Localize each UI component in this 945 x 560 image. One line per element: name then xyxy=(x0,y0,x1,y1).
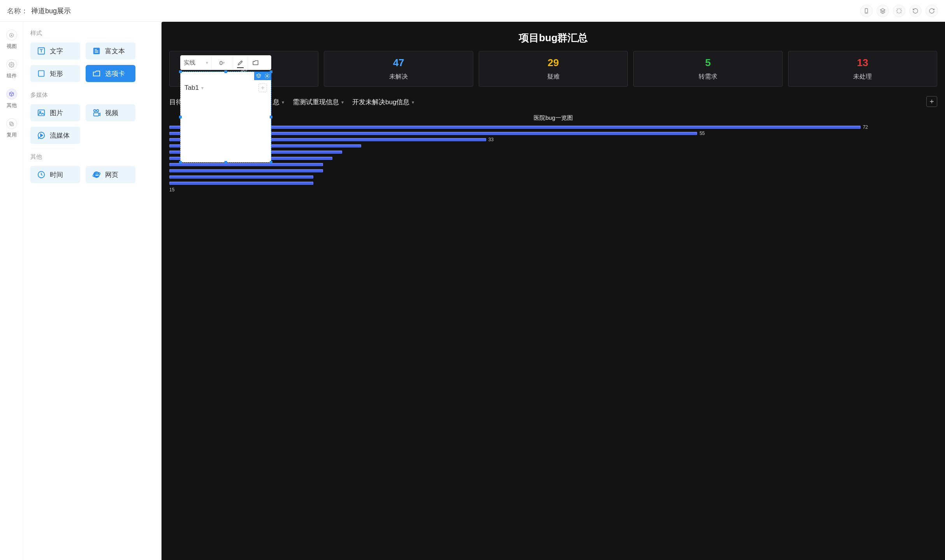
svg-point-12 xyxy=(94,110,96,112)
copy-icon xyxy=(6,118,17,129)
stat-label: 未处理 xyxy=(853,73,872,81)
stat-value: 47 xyxy=(393,57,404,69)
nav-other[interactable]: 其他 xyxy=(6,89,17,109)
axis-end-label: 15 xyxy=(169,187,937,192)
stat-card: 5 转需求 xyxy=(633,51,782,87)
chip-label: 文字 xyxy=(50,47,63,56)
chip-image[interactable]: 图片 xyxy=(30,104,80,121)
nav-view[interactable]: 视图 xyxy=(6,30,17,50)
design-canvas[interactable]: 项目bug群汇总 经 47 未解决 29 疑难 xyxy=(162,22,945,560)
stat-card: 29 疑难 xyxy=(479,51,628,87)
svg-rect-10 xyxy=(38,110,45,116)
bar-row: 33 xyxy=(169,137,937,142)
widget-toolbar: 实线▾ 0▾ xyxy=(180,55,271,70)
bar-row xyxy=(169,156,937,161)
chip-richtext[interactable]: 富文本 xyxy=(86,42,135,60)
chart-area: 医院bug一览图 725533 15 xyxy=(162,110,945,200)
chip-label: 流媒体 xyxy=(50,131,70,140)
chevron-down-icon: ▾ xyxy=(206,60,208,65)
nav-label: 复用 xyxy=(7,131,17,138)
tabs-icon xyxy=(92,69,101,78)
svg-point-3 xyxy=(11,35,12,36)
chevron-down-icon: ▾ xyxy=(223,60,225,65)
bar xyxy=(169,163,323,166)
chip-label: 富文本 xyxy=(105,47,125,56)
tab-item[interactable]: 息▾ xyxy=(273,98,284,107)
bar xyxy=(169,175,313,178)
widget-body[interactable]: Tab1▾ + xyxy=(180,72,271,163)
border-width-select[interactable]: 0▾ xyxy=(212,56,233,70)
layers-button[interactable] xyxy=(876,5,889,17)
stat-label: 转需求 xyxy=(699,73,717,81)
bar-row xyxy=(169,168,937,173)
svg-point-13 xyxy=(97,110,99,112)
layer-button[interactable] xyxy=(254,72,263,80)
reload-button[interactable] xyxy=(926,5,938,17)
stat-card: 47 未解决 xyxy=(324,51,473,87)
video-icon xyxy=(92,108,101,117)
gear-icon xyxy=(6,59,17,70)
chip-rect[interactable]: 矩形 xyxy=(30,65,80,82)
chip-label: 时间 xyxy=(50,170,63,179)
chip-stream[interactable]: 流媒体 xyxy=(30,127,80,144)
target-icon xyxy=(6,30,17,40)
bar-row xyxy=(169,162,937,167)
chip-time[interactable]: 时间 xyxy=(30,166,80,183)
stat-card: 13 未处理 xyxy=(788,51,937,87)
nav-component[interactable]: 组件 xyxy=(6,59,17,79)
chip-web[interactable]: 网页 xyxy=(86,166,135,183)
tab-item[interactable]: 需测试重现信息▾ xyxy=(293,98,344,107)
settings-button[interactable] xyxy=(263,72,271,80)
bar-value-label: 55 xyxy=(699,131,704,136)
widget-add-tab[interactable]: + xyxy=(258,84,267,92)
chip-label: 视频 xyxy=(105,108,118,117)
bar xyxy=(169,182,313,185)
chip-label: 图片 xyxy=(50,108,63,117)
page-title: 禅道bug展示 xyxy=(31,6,71,16)
edit-button[interactable] xyxy=(233,56,248,70)
section-style-title: 样式 xyxy=(30,30,154,37)
chevron-down-icon: ▾ xyxy=(201,85,204,91)
nav-label: 其他 xyxy=(7,102,17,109)
stat-label: 疑难 xyxy=(547,73,560,81)
text-icon xyxy=(37,46,46,56)
add-tab-button[interactable] xyxy=(926,96,937,107)
chevron-down-icon: ▾ xyxy=(341,100,344,105)
nav-label: 视图 xyxy=(7,43,17,50)
folder-button[interactable] xyxy=(248,56,263,70)
left-nav: 视图 组件 其他 复用 xyxy=(0,22,23,560)
chevron-down-icon: ▾ xyxy=(412,100,414,105)
image-icon xyxy=(37,108,46,117)
bar-value-label: 72 xyxy=(863,124,868,130)
mobile-preview-button[interactable] xyxy=(860,5,873,17)
bar xyxy=(169,169,323,172)
chart-title: 医院bug一览图 xyxy=(169,114,937,122)
app-header: 名称： 禅道bug展示 xyxy=(0,0,945,22)
stats-row: 经 47 未解决 29 疑难 5 转需求 13 xyxy=(162,51,945,92)
cube-icon xyxy=(6,89,17,100)
refresh-button[interactable] xyxy=(909,5,922,17)
bar-row xyxy=(169,175,937,179)
section-media-title: 多媒体 xyxy=(30,91,154,99)
tab-item[interactable]: 开发未解决bug信息▾ xyxy=(352,98,414,107)
selected-widget[interactable]: 实线▾ 0▾ xyxy=(180,55,271,163)
chip-label: 网页 xyxy=(105,170,118,179)
chip-tabs[interactable]: 选项卡 xyxy=(86,65,135,82)
dashboard-title: 项目bug群汇总 xyxy=(169,31,937,45)
svg-point-4 xyxy=(11,64,12,65)
component-panel: 样式 文字 富文本 矩形 选项卡 多媒体 xyxy=(23,22,162,560)
chip-label: 矩形 xyxy=(50,69,63,78)
nav-label: 组件 xyxy=(7,72,17,79)
nav-reuse[interactable]: 复用 xyxy=(6,118,17,138)
chip-video[interactable]: 视频 xyxy=(86,104,135,121)
clock-icon xyxy=(37,170,46,179)
svg-point-18 xyxy=(266,75,268,77)
name-label: 名称： xyxy=(7,6,28,16)
chip-text[interactable]: 文字 xyxy=(30,42,80,60)
rect-icon xyxy=(37,69,46,78)
widget-tab[interactable]: Tab1▾ xyxy=(184,84,204,92)
stat-label: 未解决 xyxy=(389,73,408,81)
bar-value-label: 33 xyxy=(488,137,494,142)
line-style-select[interactable]: 实线▾ xyxy=(181,56,212,70)
bar xyxy=(169,126,861,129)
